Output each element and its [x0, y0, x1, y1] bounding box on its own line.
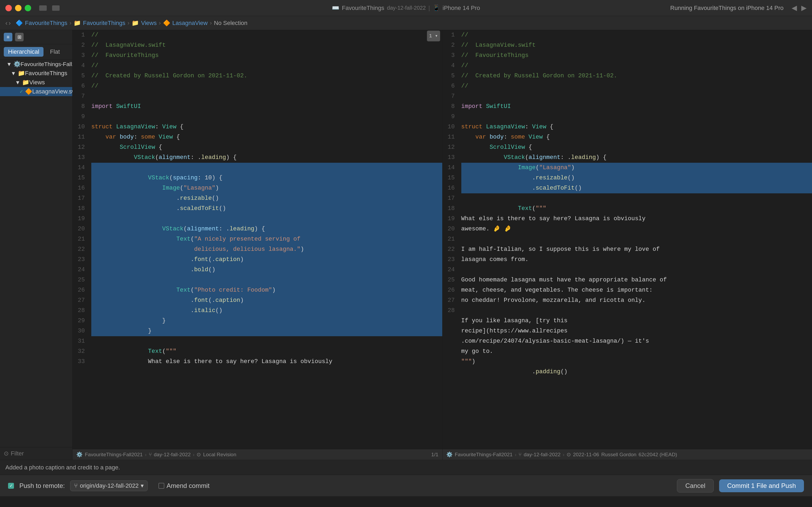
- sep-1: ›: [69, 19, 71, 26]
- amend-check[interactable]: Amend commit: [159, 482, 210, 490]
- minimize-button[interactable]: [15, 5, 21, 11]
- commit-push-button[interactable]: Commit 1 File and Push: [719, 480, 804, 492]
- main-layout: ≡ ⊞ Hierarchical Flat ▼ ⚙️ FavouriteThin…: [0, 30, 812, 460]
- breadcrumb-1[interactable]: FavouriteThings: [25, 19, 67, 26]
- run-status: Running FavouriteThings on iPhone 14 Pro: [670, 5, 784, 11]
- left-editor-status: ⚙️ FavouriteThings-Fall2021 › ⑂ day-12-f…: [72, 449, 442, 460]
- filter-label: Filter: [11, 450, 24, 457]
- tree-item-lasagna[interactable]: ✓ 🔶 LasagnaView.swift M: [0, 87, 72, 96]
- back-arrow[interactable]: ‹: [5, 19, 7, 27]
- sep-2: ›: [127, 19, 129, 26]
- breadcrumb-icon-3: 📁: [131, 19, 139, 26]
- folder-icon: ⚙️: [13, 61, 21, 68]
- tree-item-app[interactable]: ▼ 📁 FavouriteThings: [0, 69, 72, 78]
- app-icon: ⌨️: [332, 5, 339, 11]
- left-editor-content[interactable]: 12345 678910 1112131415 1617181920 21222…: [72, 30, 442, 449]
- tab-flat[interactable]: Flat: [46, 47, 64, 57]
- right-code-lines: // // LasagnaView.swift // FavouriteThin…: [459, 30, 812, 449]
- push-bar: ✓ Push to remote: ⑂ origin/day-12-fall-2…: [0, 475, 812, 496]
- app-name: FavouriteThings: [342, 5, 384, 11]
- breadcrumb-3[interactable]: Views: [141, 19, 157, 26]
- breadcrumb-icon-4: 🔶: [163, 19, 170, 26]
- tree-item-root[interactable]: ▼ ⚙️ FavouriteThings-Fall2021: [0, 60, 72, 69]
- left-code-area: 12345 678910 1112131415 1617181920 21222…: [72, 30, 442, 449]
- tree-item-views[interactable]: ▼ 📁 Views: [0, 78, 72, 87]
- folder-icon-3: 📁: [22, 79, 29, 86]
- file-tree: ▼ ⚙️ FavouriteThings-Fall2021 ▼ 📁 Favour…: [0, 60, 72, 96]
- breadcrumb-4[interactable]: LasagnaView: [172, 19, 208, 26]
- amend-checkbox[interactable]: [159, 483, 164, 489]
- left-line-numbers: 12345 678910 1112131415 1617181920 21222…: [72, 30, 89, 449]
- left-pagination: 1/1: [431, 452, 438, 458]
- left-code-lines: // // LasagnaView.swift // FavouriteThin…: [89, 30, 442, 449]
- sep-4: ›: [210, 19, 212, 26]
- right-author: Russell Gordon: [601, 452, 636, 458]
- breadcrumb-icon-1: 🔷: [15, 19, 23, 26]
- right-hash: 62c2042 (HEAD): [639, 452, 677, 458]
- prev-arrow[interactable]: ◀: [792, 4, 797, 12]
- folder-icon-2: 📁: [18, 70, 25, 77]
- left-rev-icon: ⊙: [196, 451, 201, 458]
- tree-label-views: Views: [29, 79, 45, 86]
- right-status-icon: ⚙️: [446, 451, 453, 458]
- next-arrow[interactable]: ▶: [801, 4, 807, 12]
- sidebar-icon-grid[interactable]: ⊞: [15, 33, 23, 41]
- sidebar-top: ≡ ⊞: [0, 30, 72, 44]
- window-btn-2[interactable]: [52, 5, 60, 11]
- sidebar: ≡ ⊞ Hierarchical Flat ▼ ⚙️ FavouriteThin…: [0, 30, 72, 460]
- filter-icon: ⊙: [4, 450, 9, 457]
- left-repo: FavouriteThings-Fall2021: [85, 452, 142, 458]
- branch-name: origin/day-12-fall-2022: [80, 482, 138, 489]
- close-button[interactable]: [5, 5, 12, 11]
- left-rev-label: Local Revision: [203, 452, 236, 458]
- forward-arrow[interactable]: ›: [9, 19, 11, 27]
- title-bar-center: ⌨️ FavouriteThings day-12-fall-2022 | 📱 …: [332, 5, 480, 11]
- commit-message-bar: Added a photo caption and credit to a pa…: [0, 460, 812, 475]
- left-branch-icon: ⑂: [149, 452, 152, 458]
- push-label: Push to remote:: [19, 482, 65, 490]
- branch-name: day-12-fall-2022: [387, 5, 426, 11]
- maximize-button[interactable]: [25, 5, 31, 11]
- push-checkbox[interactable]: ✓: [8, 483, 14, 489]
- nav-arrows[interactable]: ‹ ›: [5, 19, 11, 27]
- right-editor-status: ⚙️ FavouriteThings-Fall2021 › ⑂ day-12-f…: [443, 449, 812, 460]
- branch-icon: ⑂: [74, 482, 77, 489]
- breadcrumb-icon-2: 📁: [73, 19, 81, 26]
- right-editor: 12345 678910 1112131415 1617181920 21222…: [443, 30, 812, 460]
- window-controls: [39, 5, 60, 11]
- branch-selector[interactable]: ⑂ origin/day-12-fall-2022 ▾: [70, 481, 148, 491]
- swift-icon: 🔶: [25, 88, 32, 95]
- traffic-lights[interactable]: [5, 5, 31, 11]
- right-branch-icon: ⑂: [519, 452, 521, 458]
- breadcrumb-bar: ‹ › 🔷 FavouriteThings › 📁 FavouriteThing…: [0, 16, 812, 30]
- right-clock-icon: ⊙: [567, 451, 571, 458]
- sep-3: ›: [159, 19, 161, 26]
- chevron-icon-2: ▼: [11, 70, 16, 76]
- chevron-icon-3: ▼: [15, 79, 20, 86]
- right-date: 2022-11-06: [573, 452, 599, 458]
- right-code-area: 12345 678910 1112131415 1617181920 21222…: [443, 30, 812, 449]
- right-repo: FavouriteThings-Fall2021: [455, 452, 513, 458]
- right-branch: day-12-fall-2022: [524, 452, 561, 458]
- tree-label-app: FavouriteThings: [25, 70, 67, 77]
- tab-hierarchical[interactable]: Hierarchical: [4, 47, 44, 57]
- title-nav[interactable]: ◀ ▶: [792, 4, 807, 12]
- check-icon: ✓: [19, 89, 23, 95]
- left-status-icon: ⚙️: [76, 451, 83, 458]
- sidebar-icon-list[interactable]: ≡: [4, 33, 12, 41]
- right-line-numbers: 12345 678910 1112131415 1617181920 21222…: [443, 30, 459, 449]
- breadcrumb-5: No Selection: [214, 19, 247, 26]
- device-icon: 📱: [432, 5, 440, 11]
- window-btn-1[interactable]: [39, 5, 47, 11]
- right-editor-content[interactable]: 12345 678910 1112131415 1617181920 21222…: [443, 30, 812, 449]
- commit-message-text: Added a photo caption and credit to a pa…: [5, 464, 120, 471]
- cancel-button[interactable]: Cancel: [677, 479, 714, 493]
- title-bar: ⌨️ FavouriteThings day-12-fall-2022 | 📱 …: [0, 0, 812, 16]
- breadcrumb-2[interactable]: FavouriteThings: [83, 19, 125, 26]
- left-editor: 12345 678910 1112131415 1617181920 21222…: [72, 30, 443, 460]
- device-name: iPhone 14 Pro: [443, 5, 480, 11]
- sidebar-tabs: Hierarchical Flat: [0, 44, 72, 60]
- chevron-icon: ▼: [6, 61, 12, 67]
- sidebar-filter[interactable]: ⊙ Filter: [0, 447, 72, 460]
- chevron-down-icon: ▾: [141, 482, 143, 489]
